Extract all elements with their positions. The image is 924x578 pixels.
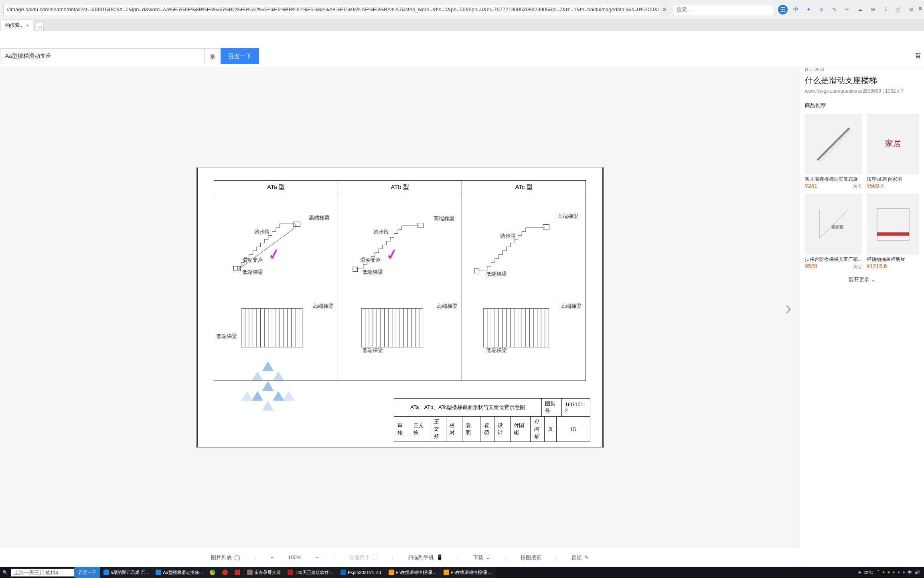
feedback-button[interactable]: 反馈 ✎ [571,554,589,561]
svg-line-67 [819,130,851,162]
taskbar-app-1[interactable]: 5厚的聚四乙烯 百... [100,567,152,578]
product-3[interactable]: 梯步宽 扶梯台阶楼梯梯实直厂家... ¥528淘宝 [805,194,862,270]
svg-rect-38 [474,269,479,273]
product-price: ¥528 [805,263,817,269]
label-step-3: 踏步段 [500,232,516,240]
ext-icon-5[interactable]: ✎ [829,5,839,14]
taskbar-app-9[interactable]: F:\在线课程申报\录... [385,567,440,578]
svg-marker-63 [272,391,284,401]
product-name: 柜储物抽屉柜底展 [867,256,919,263]
tray-icon[interactable]: ● [902,570,905,576]
panel-title[interactable]: 什么是滑动支座楼梯 [805,75,919,86]
diagram-col-atc: ATc 型 [462,181,586,381]
taskbar-app-8[interactable]: Pkpm2021V1.2.1 [337,567,385,578]
search-by-image-button[interactable]: 按图搜索 [521,554,541,561]
tray-icon[interactable]: ● [882,570,885,576]
tray-icons[interactable]: ˄ ● ● ● ● ● 中 🔊 [877,570,920,576]
taskbar-search-input[interactable] [10,568,75,577]
search-icon[interactable]: 🔍 [2,570,8,575]
label-low-2: 低端梯梁 [362,269,383,276]
tab-bar: 的搜索... × ▢ [0,19,924,31]
ext-icon-6[interactable]: ✂ [842,5,852,14]
title-review-label: 审核 [394,417,410,442]
tray-icon[interactable]: ● [898,570,900,576]
taskbar-app-2[interactable]: Aa型楼梯滑动支座... [152,567,207,578]
ext-icon-7[interactable]: ☁ [855,5,865,14]
zoom-out-button[interactable]: − [316,554,319,560]
ext-icon-4[interactable]: ⊘ [817,5,826,14]
ext-icon-1[interactable]: 王 [778,5,788,14]
camera-icon[interactable]: ◉ [205,48,221,64]
scan-button[interactable]: 扫描到手机 📱 [408,554,443,561]
label-slide-1: 滑动支座 [242,256,263,264]
label-low-1: 低端梯梁 [242,269,263,276]
svg-rect-71 [877,232,909,236]
tray-icon[interactable]: ˄ [877,570,880,576]
browser-search-input[interactable]: 搜索... [673,4,773,15]
ext-icon-11[interactable]: ⚙ [906,5,916,14]
label-high-3: 高端梯梁 [557,213,578,220]
ext-icon-10[interactable]: 🛒 [894,5,903,14]
recommend-label: 商品推荐 [805,102,919,109]
label-low-1b: 低端梯梁 [216,333,237,340]
image-list-button[interactable]: 图片列表 ◯ [211,554,240,561]
title-proof-label: 校对 [446,417,462,442]
svg-marker-61 [241,391,253,401]
label-low-3: 低端梯梁 [486,271,507,278]
expand-more-button[interactable]: 展开更多 ⌄ [805,276,919,283]
diagram-image: ATa 型 [197,167,604,448]
url-input[interactable]: //image.baidu.com/search/detail?ct=50331… [3,4,659,15]
product-2[interactable]: 家居 加厚loft舞台家用 ¥563.4 [867,114,919,189]
label-step-2: 踏步段 [373,228,389,236]
taskbar-app-7[interactable]: T20天正建筑软件 ... [284,567,337,578]
taskbar-app-4[interactable] [219,567,231,578]
baidu-search-button[interactable]: 百度一下 [221,48,259,64]
taskbar-app-5[interactable] [231,567,244,578]
label-high-3b: 高端梯梁 [561,303,582,310]
taskbar-app-3[interactable] [207,567,219,578]
col-header-ata: ATa 型 [214,181,338,194]
ext-icon-9[interactable]: ⇩ [881,5,890,14]
new-tab-button[interactable]: ▢ [36,23,44,31]
title-set-value: 16G101-2 [562,399,590,416]
circle-icon: ◯ [234,554,240,560]
title-block: ATa、ATb、ATc型楼梯截面形状与支座位置示意图 图集号 16G101-2 … [394,398,590,442]
tray-icon[interactable]: 中 [908,570,912,576]
tray-icon[interactable]: ● [892,570,895,576]
product-price: ¥1215.6 [867,263,887,269]
fit-button[interactable]: 合适尺寸 ⛶ [349,554,377,561]
main-image-viewer: ATa 型 [0,67,800,547]
product-1[interactable]: 实木阁楼楼梯别墅复式旋 ¥241淘宝 [805,114,862,189]
ext-icon-2[interactable]: 中 [791,5,800,14]
tab-search[interactable]: 的搜索... × [1,20,33,31]
baidu-top-link[interactable]: 百 [915,53,921,60]
svg-text:梯步宽: 梯步宽 [831,225,843,229]
title-page-label: 页 [545,417,557,442]
tray-icon[interactable]: ● [887,570,890,576]
svg-rect-40 [483,309,549,347]
svg-marker-57 [262,361,274,371]
tray-icon[interactable]: 🔊 [914,570,920,576]
ext-icon-8[interactable]: ✉ [868,5,877,14]
product-4[interactable]: 柜储物抽屉柜底展 ¥1215.6 [867,194,919,270]
taskbar-app-10[interactable]: F:\在线课程申报\录... [440,567,495,578]
next-arrow-icon[interactable]: › [785,297,792,319]
taskbar-baidu-button[interactable]: 百度一下 [75,567,100,578]
menu-icon[interactable]: ≡ [919,6,922,11]
title-design-label: 设计 [494,417,511,442]
svg-rect-20 [353,267,358,272]
close-icon[interactable]: × [26,23,29,28]
baidu-search-input[interactable] [0,48,205,64]
zoom-in-button[interactable]: + [271,554,274,560]
taskbar-app-6[interactable]: 金舟录屏大师 [244,567,284,578]
svg-rect-39 [543,225,549,230]
product-price: ¥563.4 [867,183,884,189]
svg-marker-62 [251,391,263,401]
weather-widget[interactable]: ☀ 22°C [858,570,873,575]
ext-icon-3[interactable]: ✦ [804,5,813,14]
refresh-icon[interactable]: ⟳ [663,7,667,12]
diagram-col-atb: ATb 型 [338,181,462,381]
download-button[interactable]: 下载 ⌄ [473,554,490,561]
product-price: ¥241 [805,183,817,189]
svg-marker-65 [262,401,274,411]
